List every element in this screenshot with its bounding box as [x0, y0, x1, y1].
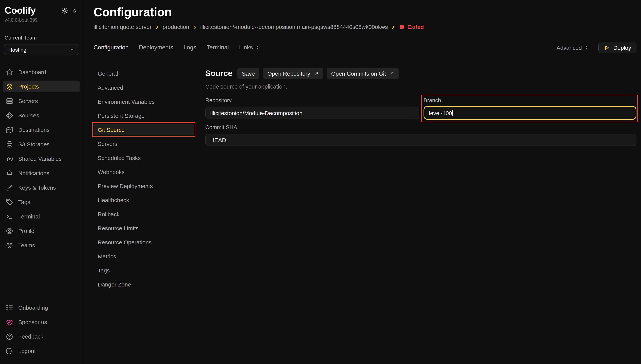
save-button[interactable]: Save	[237, 68, 259, 79]
chevron-right-icon	[155, 25, 159, 29]
sidebar-item-teams[interactable]: Teams	[3, 240, 80, 251]
open-commits-button[interactable]: Open Commits on Git	[327, 68, 399, 79]
tabs-row: Configuration Deployments Logs T	[94, 42, 641, 53]
sidebar-item-terminal[interactable]: Terminal	[3, 211, 80, 222]
sidebar-footer-item-sponsor-us[interactable]: Sponsor us	[3, 316, 80, 328]
branch-input[interactable]: level-100	[423, 106, 636, 120]
sidebar-footer-item-logout[interactable]: Logout	[3, 345, 80, 357]
subnav-item-general[interactable]: General	[94, 68, 194, 79]
subnav-item-persistent-storage[interactable]: Persistent Storage	[94, 110, 194, 121]
subnav-item-webhooks[interactable]: Webhooks	[94, 166, 194, 178]
subnav-item-healthcheck[interactable]: Healthcheck	[94, 194, 194, 206]
source-header: Source Save Open Repository Open Commits…	[205, 68, 636, 79]
subnav-item-resource-operations[interactable]: Resource Operations	[94, 236, 194, 248]
git-source-icon	[6, 112, 13, 119]
external-link-icon	[314, 71, 319, 76]
subnav-item-danger-zone[interactable]: Danger Zone	[94, 278, 194, 290]
tabs: Configuration Deployments Logs T	[94, 44, 270, 51]
server-icon	[6, 97, 13, 105]
user-circle-icon	[6, 227, 13, 235]
text-cursor	[452, 110, 453, 116]
sidebar-footer-nav: Onboarding Sponsor us Feedback Logout	[0, 302, 83, 360]
sidebar-item-keys-tokens[interactable]: Keys & Tokens	[3, 182, 80, 194]
sidebar: Coolify v4.0.0-beta.399 Current Team Hos…	[0, 0, 83, 364]
current-team-label: Current Team	[0, 35, 83, 41]
main-content: Configuration illicitonion quote server …	[84, 0, 641, 364]
brand-row: Coolify	[0, 5, 83, 16]
status-badge: Exited	[400, 24, 424, 30]
page-title: Configuration	[94, 5, 641, 20]
subnav-item-preview-deployments[interactable]: Preview Deployments	[94, 180, 194, 192]
bell-icon	[6, 170, 13, 177]
subnav-item-tags[interactable]: Tags	[94, 264, 194, 276]
layers-icon	[6, 83, 13, 90]
tag-icon	[6, 198, 13, 206]
brand-icons	[61, 7, 77, 14]
tab-configuration[interactable]: Configuration	[94, 44, 129, 51]
team-select[interactable]: Hosting	[4, 44, 79, 55]
terminal-icon	[6, 213, 13, 220]
coolify-app: Coolify v4.0.0-beta.399 Current Team Hos…	[0, 0, 641, 364]
sidebar-item-s3-storages[interactable]: S3 Storages	[3, 138, 80, 150]
deploy-button[interactable]: Deploy	[599, 42, 636, 53]
sidebar-item-sources[interactable]: Sources	[3, 110, 80, 122]
status-dot-icon	[400, 24, 404, 29]
source-section: Source Save Open Repository Open Commits…	[205, 68, 636, 292]
sidebar-item-destinations[interactable]: Destinations	[3, 124, 80, 136]
sidebar-nav: Dashboard Projects Servers Sources	[0, 66, 83, 254]
sidebar-footer-item-onboarding[interactable]: Onboarding	[3, 302, 80, 314]
configuration-body: General Advanced Environment Variables P…	[94, 68, 641, 292]
app-version: v4.0.0-beta.399	[0, 18, 83, 23]
map-icon	[6, 126, 13, 134]
external-link-icon	[390, 71, 394, 76]
sidebar-item-servers[interactable]: Servers	[3, 95, 80, 107]
chevrons-updown-icon	[256, 45, 260, 50]
sidebar-item-shared-variables[interactable]: (x) Shared Variables	[3, 153, 80, 165]
sidebar-item-notifications[interactable]: Notifications	[3, 167, 80, 179]
sidebar-item-tags[interactable]: Tags	[3, 196, 80, 208]
subnav-item-environment-variables[interactable]: Environment Variables	[94, 96, 194, 107]
play-icon	[604, 45, 610, 50]
tabs-divider	[94, 59, 641, 59]
repository-input[interactable]: illicitestonion/Module-Decomposition	[205, 107, 419, 119]
advanced-menu[interactable]: Advanced	[556, 44, 588, 51]
subnav-item-scheduled-tasks[interactable]: Scheduled Tasks	[94, 152, 194, 164]
subnav-item-git-source[interactable]: Git Source	[94, 124, 194, 135]
subnav-item-advanced[interactable]: Advanced	[94, 82, 194, 93]
subnav-item-metrics[interactable]: Metrics	[94, 250, 194, 262]
subnav-item-resource-limits[interactable]: Resource Limits	[94, 222, 194, 234]
source-description: Code source of your application.	[205, 83, 636, 90]
chevron-down-icon	[70, 47, 75, 52]
app-logo: Coolify	[5, 5, 36, 16]
tab-logs[interactable]: Logs	[183, 44, 196, 51]
home-icon	[6, 68, 13, 76]
breadcrumb-environment[interactable]: production	[163, 24, 189, 30]
commit-sha-input[interactable]: HEAD	[205, 134, 636, 146]
team-select-value: Hosting	[8, 47, 27, 53]
key-icon	[6, 184, 13, 192]
breadcrumb-application[interactable]: illicitestonion/-module--decomposition:m…	[200, 24, 388, 30]
breadcrumb-project[interactable]: illicitonion quote server	[94, 24, 152, 30]
theme-selector-chevrons-icon[interactable]	[72, 8, 77, 14]
tab-links[interactable]: Links	[239, 44, 260, 51]
tab-deployments[interactable]: Deployments	[139, 44, 173, 51]
database-icon	[6, 140, 13, 148]
sidebar-footer-item-feedback[interactable]: Feedback	[3, 330, 80, 342]
screen: Coolify v4.0.0-beta.399 Current Team Hos…	[0, 0, 641, 364]
branch-field-group: Branch level-100	[423, 97, 636, 120]
tab-terminal[interactable]: Terminal	[207, 44, 229, 51]
branch-label: Branch	[423, 97, 636, 103]
theme-sun-icon[interactable]	[61, 7, 68, 14]
help-circle-icon	[6, 333, 13, 340]
commit-sha-field-group: Commit SHA HEAD	[205, 124, 636, 146]
sidebar-item-dashboard[interactable]: Dashboard	[3, 66, 80, 78]
source-title: Source	[205, 69, 232, 78]
open-repository-button[interactable]: Open Repository	[263, 68, 323, 79]
svg-text:(x): (x)	[6, 156, 13, 161]
subnav-item-servers[interactable]: Servers	[94, 138, 194, 149]
sidebar-item-projects[interactable]: Projects	[3, 81, 80, 92]
sidebar-item-profile[interactable]: Profile	[3, 225, 80, 237]
subnav-item-rollback[interactable]: Rollback	[94, 208, 194, 220]
chevron-right-icon	[193, 25, 197, 29]
chevrons-updown-icon	[584, 45, 589, 50]
